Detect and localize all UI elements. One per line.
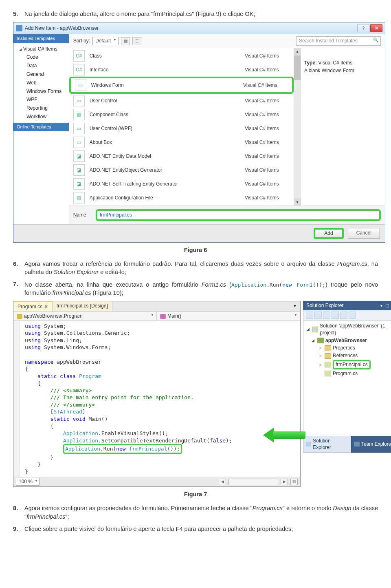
toolbar-icon[interactable] (306, 312, 313, 319)
sort-dropdown[interactable]: Default (92, 37, 119, 45)
template-row[interactable]: ◪ADO.NET EntityObject GeneratorVisual C#… (69, 163, 294, 177)
hscroll-left-icon[interactable]: ◀ (219, 479, 226, 485)
solution-explorer-icon (306, 442, 311, 447)
tree-item-code[interactable]: Code (13, 53, 69, 62)
template-lang: Visual C# Items (245, 111, 290, 118)
template-icon: C# (73, 50, 85, 62)
step-number: 9. (13, 525, 24, 533)
solution-explorer-tab[interactable]: Solution Explorer (303, 436, 351, 453)
hscroll-track[interactable] (228, 479, 278, 485)
template-icon: ▭ (73, 123, 85, 134)
program-cs-node[interactable]: Program.cs (305, 370, 391, 378)
tree-item-wpf[interactable]: WPF (13, 95, 69, 104)
class-dropdown[interactable]: appWebBrownser.Program (13, 312, 157, 321)
zoom-dropdown[interactable]: 100 % (16, 478, 40, 486)
scroll-up-icon[interactable]: ▲ (294, 48, 301, 55)
template-row[interactable]: ◪ADO.NET Self-Tracking Entity GeneratorV… (69, 177, 294, 191)
template-icon: ▭ (75, 80, 86, 91)
template-name: User Control (90, 97, 245, 104)
installed-templates-header[interactable]: Installed Templates (13, 34, 69, 43)
tree-item-web[interactable]: Web (13, 79, 69, 87)
template-row[interactable]: C#ClassVisual C# Items (69, 49, 294, 63)
toolbar-icon[interactable] (349, 312, 356, 319)
type-label: Type: (304, 60, 317, 66)
search-input[interactable]: Search Installed Templates (296, 36, 381, 46)
tab-overflow-icon[interactable]: ▾ (290, 301, 300, 312)
step-7: 7. No classe aberta, na linha que execut… (13, 281, 378, 297)
class-icon (17, 314, 22, 319)
tab-close-icon[interactable]: ✕ (44, 304, 48, 309)
template-name: Class (90, 53, 245, 60)
hscroll-right-icon[interactable]: ▶ (281, 479, 288, 485)
template-row[interactable]: ▤Application Configuration FileVisual C#… (69, 191, 294, 205)
help-button[interactable]: ? (357, 24, 369, 32)
template-lang: Visual C# Items (245, 167, 290, 174)
tree-item-general[interactable]: General (13, 70, 69, 79)
project-node[interactable]: ◢appWebBrownser (305, 337, 391, 345)
code-gutter (13, 321, 20, 477)
template-row[interactable]: ▭About BoxVisual C# Items (69, 135, 294, 149)
template-lang: Visual C# Items (245, 153, 290, 160)
view-medium-icon[interactable]: ▦ (121, 37, 130, 45)
template-row[interactable]: ◪ADO.NET Entity Data ModelVisual C# Item… (69, 149, 294, 163)
code-area[interactable]: using System; using System.Collections.G… (13, 321, 300, 477)
frmprincipal-node[interactable]: ▷frmPrincipal.cs (305, 360, 391, 370)
method-dropdown[interactable]: Main() (157, 312, 300, 321)
template-details: Type: Visual C# Items A blank Windows Fo… (301, 48, 385, 206)
team-explorer-tab[interactable]: Team Explorer (351, 436, 391, 453)
step-text: Agora iremos configurar as propriedades … (24, 504, 378, 521)
cancel-button[interactable]: Cancel (348, 228, 380, 239)
template-name: Interface (90, 66, 245, 73)
scroll-down-icon[interactable]: ▼ (294, 199, 301, 206)
online-templates-header[interactable]: Online Templates (13, 123, 69, 131)
solution-node[interactable]: ◢Solution 'appWebBrownser' (1 project) (305, 322, 391, 337)
references-node[interactable]: ▷References (305, 352, 391, 360)
toolbar-icon[interactable] (314, 312, 322, 319)
tree-item-workflow[interactable]: Workflow (13, 113, 69, 121)
properties-node[interactable]: ▷Properties (305, 344, 391, 352)
tree-item-data[interactable]: Data (13, 62, 69, 70)
zoom-bar: 100 % ◀ ▶ ▥ (13, 477, 300, 486)
tree-root[interactable]: Visual C# Items (13, 45, 69, 53)
step-text: Agora vamos trocar a referência do formu… (24, 260, 378, 276)
solution-explorer-panel: Solution Explorer▾ ⬚ ✕ ◢Solution 'appWeb… (303, 301, 391, 487)
vs-editor-figure: Program.cs ✕ frmPrincipal.cs [Design] ▾ … (13, 301, 391, 487)
split-icon[interactable]: ▥ (290, 479, 298, 485)
name-label: Name: (73, 212, 88, 219)
titlebar: Add New Item - appWebBrownser ? ✕ (13, 22, 385, 34)
toolbar-icon[interactable] (323, 312, 330, 319)
close-button[interactable]: ✕ (370, 24, 382, 32)
step-number: 5. (13, 10, 24, 18)
tab-frmprincipal-design[interactable]: frmPrincipal.cs [Design] (53, 301, 112, 312)
template-row[interactable]: ▦Component ClassVisual C# Items (69, 108, 294, 122)
method-icon (160, 314, 166, 319)
template-row[interactable]: ▭User ControlVisual C# Items (69, 94, 294, 108)
scroll-thumb[interactable] (294, 55, 301, 80)
template-row[interactable]: ▭User Control (WPF)Visual C# Items (69, 122, 294, 135)
template-row[interactable]: C#InterfaceVisual C# Items (69, 63, 294, 77)
figure-7-caption: Figura 7 (13, 490, 378, 498)
step-5: 5. Na janela de dialogo aberta, altere o… (13, 10, 378, 18)
template-icon: ▭ (73, 95, 85, 106)
add-button[interactable]: Add (314, 228, 343, 239)
add-new-item-dialog: Add New Item - appWebBrownser ? ✕ Instal… (13, 22, 385, 242)
panel-window-buttons[interactable]: ▾ ⬚ ✕ (380, 303, 391, 309)
toolbar-icon[interactable] (340, 312, 347, 319)
template-name: About Box (90, 139, 245, 146)
highlighted-code-line: Application.Run(new frmPrincipal()); (63, 444, 182, 454)
template-name: ADO.NET EntityObject Generator (90, 167, 245, 174)
name-input[interactable]: frmPrincipal.cs (96, 209, 381, 221)
sort-bar: Sort by: Default ▦ ☰ Search Installed Te… (69, 34, 385, 48)
scrollbar[interactable]: ▲ ▼ (294, 48, 301, 206)
tree-item-reporting[interactable]: Reporting (13, 104, 69, 113)
tree-item-winforms[interactable]: Windows Forms (13, 87, 69, 96)
toolbar-icon[interactable] (332, 312, 339, 319)
tab-program-cs[interactable]: Program.cs ✕ (13, 301, 53, 312)
view-small-icon[interactable]: ☰ (132, 37, 141, 45)
template-lang: Visual C# Items (243, 82, 288, 89)
step-number: 8. (13, 504, 24, 521)
template-row[interactable]: ▭Windows FormVisual C# Items (69, 77, 294, 94)
template-name: ADO.NET Self-Tracking Entity Generator (90, 181, 245, 188)
template-lang: Visual C# Items (245, 125, 290, 132)
type-desc: A blank Windows Form (304, 67, 382, 74)
